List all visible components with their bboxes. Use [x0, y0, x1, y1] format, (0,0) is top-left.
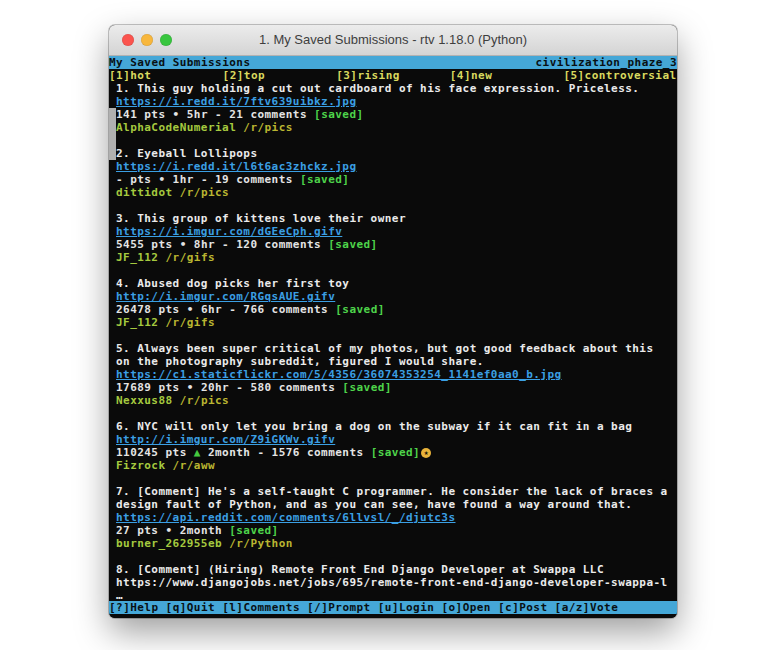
sort-tabs: [1]hot [2]top [3]rising [4]new [5]contro… — [109, 69, 677, 82]
upvote-arrow-icon: ▲ — [194, 446, 201, 459]
submission-title-line: https://www.djangojobs.net/jobs/695/remo… — [109, 576, 677, 589]
submission-byline-row: dittidot /r/pics — [109, 186, 677, 199]
submission-link[interactable]: https://i.imgur.com/dGEeCph.gifv — [116, 225, 342, 238]
submission-title-line: 1. This guy holding a cut out cardboard … — [109, 82, 677, 95]
minimize-button[interactable] — [141, 34, 153, 46]
saved-badge: [saved] — [314, 108, 364, 121]
rtv-terminal: My Saved Submissions civilization_phaze_… — [109, 56, 677, 618]
author-name: AlphaCodeNumerial — [116, 121, 236, 134]
page-title: My Saved Submissions — [109, 56, 250, 69]
submission-item[interactable]: 8. [Comment] (Hiring) Remote Front End D… — [109, 563, 677, 602]
submission-title-line: 2. Eyeball Lollipops — [109, 147, 677, 160]
tab-top[interactable]: [2]top — [223, 69, 337, 82]
help-statusline: [?]Help [q]Quit [l]Comments [/]Prompt [u… — [109, 601, 677, 614]
logged-in-username: civilization_phaze_3 — [536, 56, 677, 69]
submission-title-line: 6. NYC will only let you bring a dog on … — [109, 420, 677, 433]
zoom-button[interactable] — [160, 34, 172, 46]
byline-spacer — [173, 394, 180, 407]
score-label: - pts — [116, 173, 158, 186]
tab-hot[interactable]: [1]hot — [109, 69, 223, 82]
submission-item[interactable]: 2. Eyeball Lollipopshttps://i.redd.it/l6… — [109, 147, 677, 199]
submission-link-row: https://c1.staticflickr.com/5/4356/36074… — [109, 368, 677, 381]
byline-spacer — [173, 186, 180, 199]
submission-stats-row: 5455 pts • 8hr - 120 comments [saved] — [109, 238, 677, 251]
selection-cursor-bar — [109, 108, 116, 160]
submission-item[interactable]: 3. This group of kittens love their owne… — [109, 212, 677, 264]
submission-title-line: 4. Abused dog picks her first toy — [109, 277, 677, 290]
bullet-separator: • — [187, 303, 194, 316]
submission-link[interactable]: https://api.reddit.com/comments/6llvsl/_… — [116, 511, 455, 524]
submission-link[interactable]: http://i.imgur.com/Z9iGKWv.gifv — [116, 433, 335, 446]
submission-link-row: https://i.imgur.com/dGEeCph.gifv — [109, 225, 677, 238]
score-label: 26478 pts — [116, 303, 187, 316]
submission-stats-row: - pts • 1hr - 19 comments [saved] — [109, 173, 677, 186]
submission-byline-row: AlphaCodeNumerial /r/pics — [109, 121, 677, 134]
author-name: burner_262955eb — [116, 537, 222, 550]
byline-spacer — [166, 459, 173, 472]
submission-title-line: 3. This group of kittens love their owne… — [109, 212, 677, 225]
bullet-separator: • — [166, 524, 173, 537]
status-header: My Saved Submissions civilization_phaze_… — [109, 56, 677, 69]
age-comments-label: 6hr - 766 comments — [194, 303, 335, 316]
subreddit-name: /r/aww — [173, 459, 215, 472]
tab-rising[interactable]: [3]rising — [336, 69, 450, 82]
submission-link[interactable]: https://i.redd.it/l6t6ac3zhckz.jpg — [116, 160, 356, 173]
submission-link[interactable]: http://i.imgur.com/RGqsAUE.gifv — [116, 290, 335, 303]
score-label: 110245 pts — [116, 446, 194, 459]
submission-item[interactable]: 5. Always been super critical of my phot… — [109, 342, 677, 407]
saved-badge: [saved] — [328, 238, 378, 251]
window-controls — [122, 34, 172, 46]
age-comments-label: 1hr - 19 comments — [166, 173, 300, 186]
submission-link-row: https://i.redd.it/l6t6ac3zhckz.jpg — [109, 160, 677, 173]
saved-badge: [saved] — [229, 524, 279, 537]
submission-byline-row: JF_112 /r/gifs — [109, 316, 677, 329]
score-label: 141 pts — [116, 108, 173, 121]
submission-stats-row: 27 pts • 2month [saved] — [109, 524, 677, 537]
submission-byline-row: burner_262955eb /r/Python — [109, 537, 677, 550]
submission-byline-row: JF_112 /r/gifs — [109, 251, 677, 264]
submission-link-row: https://i.redd.it/7ftv639uibkz.jpg — [109, 95, 677, 108]
submission-title-line: design fault of Python, and as you can s… — [109, 498, 677, 511]
submission-list: 1. This guy holding a cut out cardboard … — [109, 82, 677, 602]
submission-item[interactable]: 1. This guy holding a cut out cardboard … — [109, 82, 677, 134]
submission-link-row: http://i.imgur.com/RGqsAUE.gifv — [109, 290, 677, 303]
bullet-separator: • — [187, 381, 194, 394]
tab-new[interactable]: [4]new — [450, 69, 564, 82]
submission-title-line: 7. [Comment] He's a self-taught C progra… — [109, 485, 677, 498]
saved-badge: [saved] — [300, 173, 350, 186]
age-comments-label: 20hr - 580 comments — [194, 381, 343, 394]
close-button[interactable] — [122, 34, 134, 46]
score-label: 27 pts — [116, 524, 166, 537]
subreddit-name: /r/pics — [180, 186, 230, 199]
submission-link[interactable]: https://i.redd.it/7ftv639uibkz.jpg — [116, 95, 356, 108]
byline-spacer — [158, 316, 165, 329]
age-comments-label: 8hr - 120 comments — [187, 238, 328, 251]
submission-stats-row: 26478 pts • 6hr - 766 comments [saved] — [109, 303, 677, 316]
submission-stats-row: 141 pts • 5hr - 21 comments [saved] — [109, 108, 677, 121]
age-comments-label: 2month — [173, 524, 230, 537]
subreddit-name: /r/Python — [229, 537, 293, 550]
submission-title-line: 8. [Comment] (Hiring) Remote Front End D… — [109, 563, 677, 576]
submission-byline-row: Nexxus88 /r/pics — [109, 394, 677, 407]
bullet-separator: • — [180, 238, 187, 251]
submission-link-row: http://i.imgur.com/Z9iGKWv.gifv — [109, 433, 677, 446]
submission-title-line: on the photography subreddit, figured I … — [109, 355, 677, 368]
submission-link[interactable]: https://c1.staticflickr.com/5/4356/36074… — [116, 368, 562, 381]
gilded-star-icon: ★ — [421, 448, 431, 458]
bullet-separator: • — [158, 173, 165, 186]
saved-badge: [saved] — [371, 446, 421, 459]
submission-item[interactable]: 7. [Comment] He's a self-taught C progra… — [109, 485, 677, 550]
bullet-separator: • — [173, 108, 180, 121]
author-name: Nexxus88 — [116, 394, 173, 407]
submission-stats-row: 110245 pts ▲ 2month - 1576 comments [sav… — [109, 446, 677, 459]
tab-controversial[interactable]: [5]controversial — [563, 69, 677, 82]
author-name: dittidot — [116, 186, 173, 199]
submission-item[interactable]: 6. NYC will only let you bring a dog on … — [109, 420, 677, 472]
submission-item[interactable]: 4. Abused dog picks her first toyhttp://… — [109, 277, 677, 329]
app-window: 1. My Saved Submissions - rtv 1.18.0 (Py… — [109, 25, 677, 618]
saved-badge: [saved] — [335, 303, 385, 316]
author-name: Fizrock — [116, 459, 166, 472]
score-label: 17689 pts — [116, 381, 187, 394]
window-titlebar: 1. My Saved Submissions - rtv 1.18.0 (Py… — [109, 25, 677, 56]
author-name: JF_112 — [116, 316, 158, 329]
